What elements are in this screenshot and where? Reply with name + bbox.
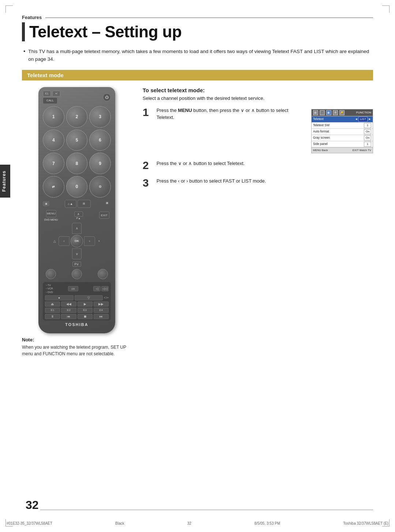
remote-ch-arrows: ‹□‹› [104, 296, 109, 299]
step-1-text-mid: button, then press the [193, 108, 240, 113]
remote-dpad-right[interactable]: › [84, 236, 95, 246]
remote-ii-btn[interactable]: I/II [68, 286, 78, 291]
remote-exit-btn[interactable]: EXIT [99, 211, 109, 220]
remote-power-btn[interactable]: ⏻ [103, 93, 111, 101]
remote-mute-btn[interactable]: ◁◁ [101, 286, 109, 291]
menu-icon-2: 🎵 [320, 110, 325, 115]
remote-vol-left-icon: △ [52, 239, 57, 243]
remote-skip-fwd-btn[interactable]: ⏭ [94, 314, 109, 319]
remote-ff-btn[interactable]: ▶▶ [94, 301, 109, 307]
remote-e4-btn[interactable]: E4 [94, 308, 109, 313]
remote-btn-2[interactable]: 2 [66, 106, 88, 128]
remote-btn-6[interactable]: 6 [89, 130, 111, 151]
menu-arrow-left: ◄ [355, 117, 358, 121]
remote-btn-5[interactable]: 5 [66, 130, 88, 151]
step-2-content: Press the ∨ or ∧ button to select Telete… [157, 160, 373, 167]
remote-vol-btn[interactable]: ◁ [93, 286, 101, 291]
menu-icons: ▤ 🎵 ▦ ⚙ 🔑 [313, 110, 345, 115]
remote-btn-grid[interactable]: ⊞ [78, 200, 91, 208]
remote-mid-row: ▣ ⌂▲ ⊞ ▣ [43, 200, 111, 208]
menu-gray-screen-val: On [364, 135, 371, 141]
remote-icon-home[interactable]: ⌂▲ [65, 200, 76, 208]
remote-v-btn[interactable]: ▽ [75, 295, 103, 300]
intro-text: This TV has a multi-page teletext memory… [28, 48, 373, 63]
remote-btn-call: CALL [43, 97, 57, 104]
step-3-arrows: ‹ or › [178, 178, 189, 184]
remote-control: E1 ≡/ CALL ⏻ 1 2 3 4 5 6 [38, 87, 115, 333]
remote-btn-1[interactable]: 1 [43, 106, 64, 128]
step-1-down-up: ∨ or ∧ [241, 108, 255, 113]
remote-round-left[interactable] [46, 269, 56, 279]
remote-dpad-left[interactable]: ‹ [59, 236, 69, 246]
note-text: When you are watching the teletext progr… [22, 344, 132, 357]
menu-teletext-sw-val: 1 [364, 123, 371, 128]
step-1-menu-bold: MENU [178, 108, 192, 113]
step-3-number: 3 [143, 177, 151, 188]
menu-icon-4: ⚙ [333, 110, 338, 115]
menu-header: ▤ 🎵 ▦ ⚙ 🔑 FUNCTION [312, 109, 373, 116]
remote-eject-btn[interactable]: ⏏ [45, 301, 60, 307]
remote-e1-btn2[interactable]: E1 [45, 308, 60, 313]
menu-icon-5: 🔑 [339, 110, 345, 115]
step-1-text-prefix: Press the [157, 108, 177, 113]
menu-row-side-panel: Side panel 1 [312, 141, 373, 147]
remote-icon-right-side: ▣ [106, 201, 111, 206]
remote-exit-circle[interactable]: EXIT [99, 211, 109, 219]
remote-below-dpad [43, 269, 111, 279]
step-3-suffix: button to select FAST or LIST mode. [189, 178, 266, 184]
remote-tv-vcr-labels: →TV →VCR →DVD [45, 284, 53, 294]
remote-pause-btn[interactable]: ⏸ [45, 314, 60, 319]
footer-date: 8/5/05, 3:53 PM [254, 521, 280, 525]
menu-footer-left: MENU Back [313, 148, 328, 152]
remote-dpad-ok[interactable]: OK [71, 235, 83, 247]
menu-arrow-right: ► [368, 117, 371, 121]
menu-auto-format-val: On [364, 129, 371, 134]
remote-p-up-btn[interactable]: ∧ [74, 211, 83, 217]
step-2-number: 2 [143, 160, 151, 171]
remote-e3-btn[interactable]: E3 [78, 308, 93, 313]
remote-btn-circle[interactable]: ⊙ [89, 176, 111, 198]
remote-menu-circle[interactable]: MENU [46, 210, 56, 217]
bullet-icon: • [23, 48, 25, 63]
remote-e2-btn[interactable]: E2 [61, 308, 76, 313]
remote-btn-3[interactable]: 3 [89, 106, 111, 128]
remote-dot-btn[interactable]: ● [45, 295, 74, 300]
remote-btn-list: ≡/ [52, 91, 60, 97]
remote-rew-btn[interactable]: ◀◀ [61, 301, 76, 307]
remote-dpad: ∧ ‹ OK › ∨ [59, 223, 95, 259]
note-section: Note: When you are watching the teletext… [22, 337, 132, 357]
step-3-prefix: Press the [157, 178, 177, 184]
menu-side-panel-label: Side panel [313, 142, 328, 147]
remote-round-right[interactable] [98, 269, 108, 279]
to-select-title: To select teletext mode: [143, 87, 373, 93]
menu-row-auto-format: Auto format On [312, 128, 373, 135]
remote-tv-vcr-section: →TV →VCR →DVD I/II ◁ ◁◁ ● [43, 282, 111, 321]
menu-teletext-sw-label: Teletext SW [313, 123, 330, 128]
remote-play-btn[interactable]: ▶ [78, 301, 93, 307]
remote-btn-e1: E1 [43, 91, 51, 97]
note-title: Note: [22, 337, 132, 342]
remote-p-label: P▲ [76, 217, 81, 220]
remote-btn-4[interactable]: 4 [43, 130, 64, 151]
remote-skip-back-btn[interactable]: ⏮ [61, 314, 76, 319]
footer-color: Black [115, 521, 124, 525]
menu-teletext-val: LIST [358, 117, 368, 122]
remote-round-center[interactable] [72, 269, 82, 279]
remote-btn-0[interactable]: 0 [66, 176, 88, 198]
remote-btn-swap[interactable]: ⇌ [43, 176, 64, 198]
remote-stop-btn[interactable]: ⏹ [78, 314, 93, 319]
remote-menu-btn[interactable]: MENU DVD MENU [44, 210, 58, 221]
menu-screenshot: ▤ 🎵 ▦ ⚙ 🔑 FUNCTION Teletext [311, 109, 373, 153]
remote-p-down-btn[interactable]: P∨ [72, 262, 81, 267]
remote-dpad-down[interactable]: ∨ [72, 248, 82, 259]
remote-btn-7[interactable]: 7 [43, 153, 64, 174]
remote-dpad-up[interactable]: ∧ [72, 223, 82, 234]
remote-top-row: E1 ≡/ CALL ⏻ [43, 91, 111, 104]
remote-btn-8[interactable]: 8 [66, 153, 88, 174]
remote-btn-9[interactable]: 9 [89, 153, 111, 174]
menu-auto-format-label: Auto format [313, 129, 329, 134]
step-3-content: Press the ‹ or › button to select FAST o… [157, 177, 373, 185]
footer-bar: #01E32-35_32/37WL58AET Black 32 8/5/05, … [7, 521, 388, 525]
remote-vol-right-icon: + [97, 239, 102, 243]
features-divider-line [45, 18, 373, 18]
